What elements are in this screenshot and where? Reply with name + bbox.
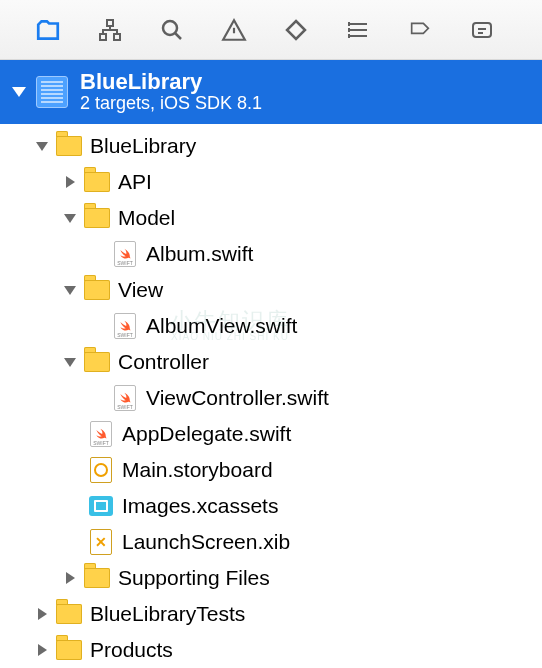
file-launchscreen-xib[interactable]: LaunchScreen.xib	[0, 524, 542, 560]
group-model[interactable]: Model	[0, 200, 542, 236]
group-label: BlueLibraryTests	[90, 602, 245, 626]
xcode-project-icon	[36, 76, 68, 108]
file-appdelegate-swift[interactable]: SWIFT AppDelegate.swift	[0, 416, 542, 452]
group-label: Supporting Files	[118, 566, 270, 590]
group-products[interactable]: Products	[0, 632, 542, 668]
group-api[interactable]: API	[0, 164, 542, 200]
project-navigator-icon[interactable]	[34, 16, 62, 44]
swift-file-icon: SWIFT	[112, 385, 138, 411]
xcassets-file-icon	[88, 493, 114, 519]
project-title-block: BlueLibrary 2 targets, iOS SDK 8.1	[80, 70, 262, 114]
disclosure-triangle-icon[interactable]	[62, 572, 78, 584]
folder-icon	[84, 169, 110, 195]
project-navigator-tree: BlueLibrary API Model SWIFT Album.swift …	[0, 124, 542, 668]
group-label: Model	[118, 206, 175, 230]
swift-file-icon: SWIFT	[112, 313, 138, 339]
file-label: LaunchScreen.xib	[122, 530, 290, 554]
project-subtitle: 2 targets, iOS SDK 8.1	[80, 94, 262, 114]
file-viewcontroller-swift[interactable]: SWIFT ViewController.swift	[0, 380, 542, 416]
file-images-xcassets[interactable]: Images.xcassets	[0, 488, 542, 524]
file-album-swift[interactable]: SWIFT Album.swift	[0, 236, 542, 272]
group-label: API	[118, 170, 152, 194]
file-label: Images.xcassets	[122, 494, 278, 518]
disclosure-triangle-icon[interactable]	[62, 358, 78, 367]
breakpoint-navigator-icon[interactable]	[406, 16, 434, 44]
disclosure-triangle-icon[interactable]	[34, 644, 50, 656]
svg-rect-1	[100, 34, 106, 40]
disclosure-triangle-icon[interactable]	[12, 87, 26, 97]
find-navigator-icon[interactable]	[158, 16, 186, 44]
disclosure-triangle-icon[interactable]	[62, 176, 78, 188]
folder-icon	[56, 637, 82, 663]
swift-file-icon: SWIFT	[112, 241, 138, 267]
file-albumview-swift[interactable]: SWIFT AlbumView.swift	[0, 308, 542, 344]
folder-icon	[84, 349, 110, 375]
test-navigator-icon[interactable]	[282, 16, 310, 44]
xib-file-icon	[88, 529, 114, 555]
project-row[interactable]: BlueLibrary 2 targets, iOS SDK 8.1	[0, 60, 542, 124]
file-label: Album.swift	[146, 242, 253, 266]
swift-file-icon: SWIFT	[88, 421, 114, 447]
group-bluelibrary[interactable]: BlueLibrary	[0, 128, 542, 164]
group-label: BlueLibrary	[90, 134, 196, 158]
file-label: AlbumView.swift	[146, 314, 297, 338]
svg-point-3	[163, 21, 177, 35]
file-label: ViewController.swift	[146, 386, 329, 410]
group-view[interactable]: View	[0, 272, 542, 308]
svg-rect-2	[114, 34, 120, 40]
group-supporting-files[interactable]: Supporting Files	[0, 560, 542, 596]
file-label: AppDelegate.swift	[122, 422, 291, 446]
svg-rect-0	[107, 20, 113, 26]
disclosure-triangle-icon[interactable]	[62, 286, 78, 295]
folder-icon	[84, 277, 110, 303]
disclosure-triangle-icon[interactable]	[34, 142, 50, 151]
group-label: View	[118, 278, 163, 302]
disclosure-triangle-icon[interactable]	[62, 214, 78, 223]
folder-icon	[84, 205, 110, 231]
issue-navigator-icon[interactable]	[220, 16, 248, 44]
group-label: Products	[90, 638, 173, 662]
folder-icon	[56, 601, 82, 627]
group-tests[interactable]: BlueLibraryTests	[0, 596, 542, 632]
disclosure-triangle-icon[interactable]	[34, 608, 50, 620]
folder-icon	[84, 565, 110, 591]
debug-navigator-icon[interactable]	[344, 16, 372, 44]
group-controller[interactable]: Controller	[0, 344, 542, 380]
file-label: Main.storyboard	[122, 458, 273, 482]
group-label: Controller	[118, 350, 209, 374]
project-title: BlueLibrary	[80, 70, 262, 94]
storyboard-file-icon	[88, 457, 114, 483]
folder-icon	[56, 133, 82, 159]
navigator-toolbar	[0, 0, 542, 60]
file-main-storyboard[interactable]: Main.storyboard	[0, 452, 542, 488]
symbol-navigator-icon[interactable]	[96, 16, 124, 44]
report-navigator-icon[interactable]	[468, 16, 496, 44]
